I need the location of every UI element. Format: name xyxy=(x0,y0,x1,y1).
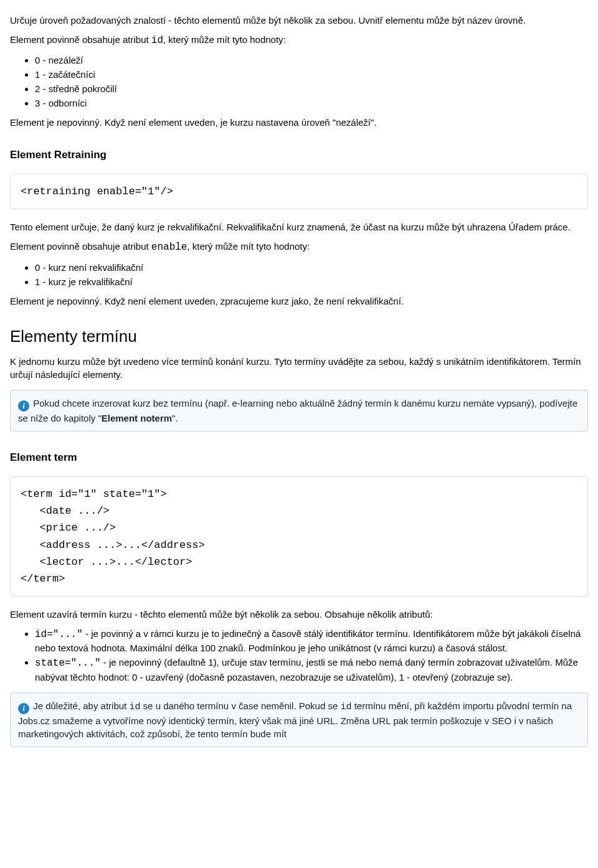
list-item: 1 - začátečníci xyxy=(35,68,588,81)
list-item: 1 - kurz je rekvalifikační xyxy=(35,275,588,288)
inline-code: id xyxy=(340,702,351,712)
code-block: <retraining enable="1"/> xyxy=(10,174,588,209)
info-box: i Je důležité, aby atribut id se u danéh… xyxy=(10,692,588,747)
text: - je nepovinný (defaultně 1), určuje sta… xyxy=(35,657,578,682)
list-item: 0 - kurz není rekvalifikační xyxy=(35,261,588,274)
list-item: state="..." - je nepovinný (defaultně 1)… xyxy=(35,656,588,683)
paragraph: Element povinně obsahuje atribut id, kte… xyxy=(10,33,588,47)
section-heading-term: Element term xyxy=(10,450,588,465)
paragraph: Určuje úroveň požadovaných znalostí - tě… xyxy=(10,14,588,27)
text: Element povinně obsahuje atribut xyxy=(10,241,151,252)
inline-code: state="..." xyxy=(35,658,101,669)
value-list: 0 - nezáleží 1 - začátečníci 2 - středně… xyxy=(10,54,588,110)
list-item: id="..." - je povinný a v rámci kurzu je… xyxy=(35,627,588,654)
code-block: <term id="1" state="1"> <date .../> <pri… xyxy=(10,476,588,597)
inline-code: id xyxy=(151,35,163,46)
attribute-list: id="..." - je povinný a v rámci kurzu je… xyxy=(10,627,588,684)
value-list: 0 - kurz není rekvalifikační 1 - kurz je… xyxy=(10,261,588,288)
section-heading-terminy: Elementy termínu xyxy=(10,325,588,347)
paragraph: Element povinně obsahuje atribut enable,… xyxy=(10,240,588,254)
info-text: ". xyxy=(172,413,178,423)
inline-code: id xyxy=(129,702,140,712)
paragraph: K jednomu kurzu může být uvedeno více te… xyxy=(10,355,588,381)
info-text: se u daného termínu v čase neměnil. Poku… xyxy=(140,701,340,711)
list-item: 0 - nezáleží xyxy=(35,54,588,67)
paragraph: Element uzavírá termín kurzu - těchto el… xyxy=(10,608,588,621)
text: - je povinný a v rámci kurzu je to jedin… xyxy=(35,628,581,653)
text: Element povinně obsahuje atribut xyxy=(10,34,151,45)
text: , který může mít tyto hodnoty: xyxy=(187,241,310,252)
inline-code: id="..." xyxy=(35,629,83,640)
paragraph: Element je nepovinný. Když není element … xyxy=(10,116,588,129)
paragraph: Tento element určuje, že daný kurz je re… xyxy=(10,220,588,234)
info-icon: i xyxy=(18,400,29,412)
info-text: Je důležité, aby atribut xyxy=(31,701,129,711)
info-icon: i xyxy=(18,703,29,714)
list-item: 2 - středně pokročilí xyxy=(35,82,588,95)
text: , který může mít tyto hodnoty: xyxy=(163,34,286,45)
section-heading-retraining: Element Retraining xyxy=(10,148,588,163)
info-box: i Pokud chcete inzerovat kurz bez termín… xyxy=(10,390,588,432)
info-strong: Element noterm xyxy=(102,413,172,423)
list-item: 3 - odborníci xyxy=(35,97,588,110)
inline-code: enable xyxy=(151,242,187,253)
paragraph: Element je nepovinný. Když není element … xyxy=(10,295,588,308)
